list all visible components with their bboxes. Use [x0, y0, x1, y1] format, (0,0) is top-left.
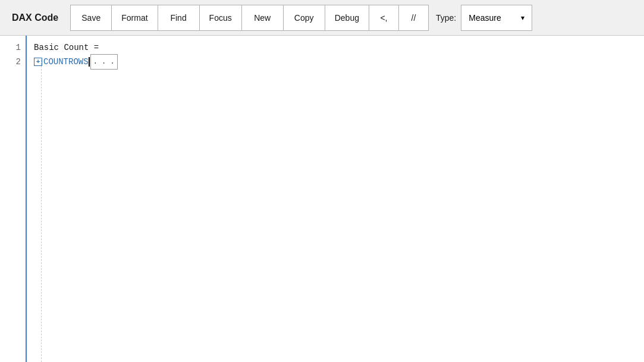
- line-numbers: 1 2: [0, 36, 27, 362]
- editor-container: 1 2 Basic Count = +COUNTROWS. . .: [0, 36, 644, 362]
- line-number-1: 1: [0, 40, 21, 55]
- chevron-down-icon: ▾: [521, 14, 524, 22]
- new-button[interactable]: New: [242, 5, 284, 31]
- app-title: DAX Code: [5, 12, 65, 23]
- type-dropdown-value: Measure: [469, 13, 516, 23]
- ellipsis-box[interactable]: . . .: [90, 54, 118, 70]
- toolbar: DAX Code Save Format Find Focus New Copy…: [0, 0, 644, 36]
- copy-button[interactable]: Copy: [284, 5, 325, 31]
- code-line-1: Basic Count =: [34, 40, 644, 55]
- find-button[interactable]: Find: [158, 5, 200, 31]
- text-cursor: [89, 57, 90, 67]
- type-dropdown[interactable]: Measure ▾: [461, 5, 532, 31]
- type-section: Type: Measure ▾: [431, 5, 532, 31]
- type-label: Type:: [431, 13, 461, 23]
- format-button[interactable]: Format: [112, 5, 158, 31]
- code-line-2: +COUNTROWS. . .: [34, 55, 644, 69]
- function-name: COUNTROWS: [43, 55, 89, 69]
- less-than-comma-button[interactable]: <,: [369, 5, 399, 31]
- save-button[interactable]: Save: [70, 5, 112, 31]
- double-slash-button[interactable]: //: [399, 5, 429, 31]
- debug-button[interactable]: Debug: [325, 5, 369, 31]
- line1-text: Basic Count =: [34, 40, 99, 55]
- focus-button[interactable]: Focus: [200, 5, 242, 31]
- line-number-2: 2: [0, 55, 21, 69]
- indent-guide: [41, 57, 42, 362]
- code-area[interactable]: Basic Count = +COUNTROWS. . .: [27, 36, 644, 362]
